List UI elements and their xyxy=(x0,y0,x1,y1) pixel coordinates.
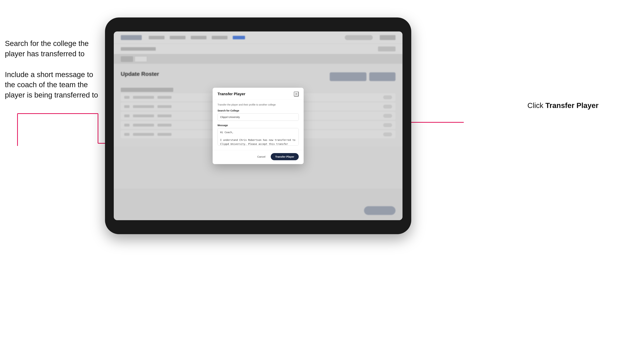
tablet-screen: Update Roster xyxy=(114,31,402,220)
annotation-search: Search for the college the player has tr… xyxy=(5,38,101,59)
message-label: Message xyxy=(218,124,299,127)
dialog-header: Transfer Player ✕ xyxy=(212,88,304,99)
dialog-overlay: Transfer Player ✕ Transfer the player an… xyxy=(114,31,402,220)
annotation-left: Search for the college the player has tr… xyxy=(5,38,101,111)
dialog-body: Transfer the player and their profile to… xyxy=(212,99,304,150)
dialog-close-button[interactable]: ✕ xyxy=(294,92,299,96)
search-college-input[interactable] xyxy=(218,113,299,121)
cancel-button[interactable]: Cancel xyxy=(254,154,268,160)
transfer-player-button[interactable]: Transfer Player xyxy=(271,153,299,160)
dialog-footer: Cancel Transfer Player xyxy=(212,150,304,164)
tablet-device: Update Roster xyxy=(105,17,411,234)
annotation-right: Click Transfer Player xyxy=(528,101,598,110)
transfer-player-dialog: Transfer Player ✕ Transfer the player an… xyxy=(212,88,304,164)
close-icon: ✕ xyxy=(295,92,298,96)
search-college-label: Search for College xyxy=(218,109,299,112)
dialog-title: Transfer Player xyxy=(218,92,245,96)
message-textarea[interactable]: Hi Coach, I understand Chris Robertson h… xyxy=(218,128,299,146)
annotation-message: Include a short message to the coach of … xyxy=(5,70,101,100)
dialog-subtitle: Transfer the player and their profile to… xyxy=(218,103,299,106)
